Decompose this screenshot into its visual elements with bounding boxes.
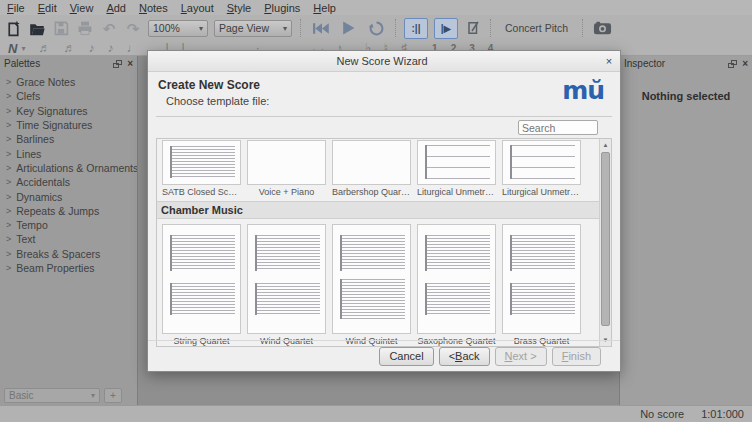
toolbar-separator bbox=[582, 19, 583, 37]
dialog-heading: Create New Score bbox=[158, 78, 610, 92]
template-thumbnail-string-quartet[interactable] bbox=[162, 224, 241, 334]
dialog-footer: Cancel < Back Next > Finish bbox=[148, 340, 620, 371]
expand-chevron-icon: > bbox=[6, 206, 11, 216]
toolbar-separator bbox=[300, 19, 301, 37]
template-thumbnail-brass-quartet[interactable] bbox=[502, 224, 581, 334]
toolbar-separator bbox=[395, 19, 396, 37]
palette-item-beam-properties[interactable]: >Beam Properties bbox=[6, 261, 137, 275]
play-repeats-toggle[interactable]: :|| bbox=[404, 18, 428, 39]
template-thumbnail-barbershop[interactable] bbox=[332, 140, 411, 185]
expand-chevron-icon: > bbox=[6, 263, 11, 273]
print-icon[interactable] bbox=[76, 18, 94, 38]
palette-item-key-signatures[interactable]: >Key Signatures bbox=[6, 104, 137, 118]
image-capture-icon[interactable] bbox=[591, 18, 613, 38]
undo-icon[interactable]: ↶ bbox=[100, 18, 118, 38]
palette-item-dynamics[interactable]: >Dynamics bbox=[6, 189, 137, 203]
menu-view[interactable]: View bbox=[70, 2, 94, 14]
template-search-input[interactable] bbox=[518, 120, 598, 135]
template-thumbnail-liturgical-1[interactable] bbox=[417, 140, 496, 185]
expand-chevron-icon: > bbox=[6, 149, 11, 159]
palette-item-tempo[interactable]: >Tempo bbox=[6, 218, 137, 232]
palette-item-text[interactable]: >Text bbox=[6, 232, 137, 246]
duration-64th-icon[interactable]: ♬ bbox=[38, 42, 50, 54]
palette-item-repeats-jumps[interactable]: >Repeats & Jumps bbox=[6, 204, 137, 218]
palette-item-barlines[interactable]: >Barlines bbox=[6, 132, 137, 146]
finish-button[interactable]: Finish bbox=[552, 347, 601, 366]
menu-help[interactable]: Help bbox=[313, 2, 336, 14]
next-button[interactable]: Next > bbox=[495, 347, 547, 366]
float-panel-icon[interactable] bbox=[728, 60, 737, 68]
template-section-header: Chamber Music bbox=[157, 201, 599, 219]
menu-plugins[interactable]: Plugins bbox=[264, 2, 300, 14]
duration-16th-icon[interactable]: ♪ bbox=[88, 42, 94, 54]
template-thumbnail-liturgical-2[interactable] bbox=[502, 140, 581, 185]
menu-style[interactable]: Style bbox=[227, 2, 251, 14]
template-thumbnail-satb[interactable] bbox=[162, 140, 241, 185]
duration-eighth-icon[interactable]: ♪ bbox=[107, 42, 113, 54]
menu-layout[interactable]: Layout bbox=[181, 2, 214, 14]
template-thumbnail-wind-quartet[interactable] bbox=[247, 224, 326, 334]
expand-chevron-icon: > bbox=[6, 77, 11, 87]
palette-item-breaks-spacers[interactable]: >Breaks & Spacers bbox=[6, 247, 137, 261]
loop-playback-icon[interactable] bbox=[365, 18, 387, 38]
redo-icon[interactable]: ↷ bbox=[124, 18, 142, 38]
palette-item-clefs[interactable]: >Clefs bbox=[6, 89, 137, 103]
duration-32nd-icon[interactable]: ♬ bbox=[63, 42, 75, 54]
palettes-list: >Grace Notes >Clefs >Key Signatures >Tim… bbox=[0, 71, 137, 275]
palette-item-lines[interactable]: >Lines bbox=[6, 146, 137, 160]
expand-chevron-icon: > bbox=[6, 192, 11, 202]
chevron-down-icon: ▾ bbox=[193, 24, 203, 33]
menu-file[interactable]: File bbox=[7, 2, 25, 14]
template-thumbnail-saxophone-quartet[interactable] bbox=[417, 224, 496, 334]
note-input-mode-button[interactable]: N bbox=[8, 41, 17, 56]
dialog-titlebar[interactable]: New Score Wizard × bbox=[148, 51, 620, 72]
scroll-up-icon[interactable]: ▲ bbox=[600, 139, 611, 151]
zoom-select[interactable]: 100% ▾ bbox=[148, 20, 208, 37]
palette-item-time-signatures[interactable]: >Time Signatures bbox=[6, 118, 137, 132]
concert-pitch-button[interactable]: Concert Pitch bbox=[499, 22, 574, 34]
palette-item-accidentals[interactable]: >Accidentals bbox=[6, 175, 137, 189]
template-thumbnail-voice-piano[interactable] bbox=[247, 140, 326, 185]
menu-edit[interactable]: Edit bbox=[38, 2, 57, 14]
template-scrollbar[interactable]: ▲ ▼ bbox=[599, 139, 611, 346]
musescore-logo: mŭ bbox=[562, 76, 604, 105]
play-icon[interactable] bbox=[337, 18, 359, 38]
template-label: SATB Closed Score + Piano bbox=[162, 187, 241, 197]
template-label: Barbershop Quartet bbox=[332, 187, 411, 197]
view-mode-select[interactable]: Page View ▾ bbox=[214, 20, 292, 37]
open-file-icon[interactable] bbox=[28, 18, 46, 38]
add-workspace-button[interactable]: + bbox=[104, 388, 122, 403]
close-panel-icon[interactable]: × bbox=[742, 59, 748, 69]
cancel-button[interactable]: Cancel bbox=[379, 347, 433, 366]
divider bbox=[156, 116, 612, 117]
template-label: Voice + Piano bbox=[247, 187, 326, 197]
palette-item-grace-notes[interactable]: >Grace Notes bbox=[6, 75, 137, 89]
back-button[interactable]: < Back bbox=[439, 347, 490, 366]
toolbar-separator bbox=[490, 19, 491, 37]
float-panel-icon[interactable] bbox=[113, 60, 122, 68]
expand-chevron-icon: > bbox=[6, 120, 11, 130]
save-icon[interactable] bbox=[52, 18, 70, 38]
pan-score-toggle[interactable]: |▶ bbox=[434, 18, 458, 39]
inspector-empty-state: Nothing selected bbox=[620, 90, 752, 102]
playback-position-text: 1:01:000 bbox=[701, 408, 744, 420]
close-icon[interactable]: × bbox=[602, 55, 616, 67]
menu-add[interactable]: Add bbox=[106, 2, 126, 14]
close-panel-icon[interactable]: × bbox=[127, 59, 133, 69]
chevron-down-icon: ▾ bbox=[91, 391, 95, 400]
view-mode-value: Page View bbox=[219, 22, 269, 34]
template-thumbnail-wind-quintet[interactable] bbox=[332, 224, 411, 334]
expand-chevron-icon: > bbox=[6, 163, 11, 173]
expand-chevron-icon: > bbox=[6, 106, 11, 116]
rewind-icon[interactable] bbox=[309, 18, 331, 38]
scrollbar-thumb[interactable] bbox=[601, 152, 610, 326]
palette-item-articulations[interactable]: >Articulations & Ornaments bbox=[6, 161, 137, 175]
chevron-down-icon[interactable]: ▾ bbox=[21, 44, 25, 53]
duration-quarter-icon[interactable]: ♩ bbox=[126, 42, 138, 54]
template-scroll-area: SATB Closed Score + Piano Voice + Piano … bbox=[156, 138, 612, 347]
menu-notes[interactable]: Notes bbox=[139, 2, 168, 14]
expand-chevron-icon: > bbox=[6, 134, 11, 144]
workspace-select[interactable]: Basic ▾ bbox=[4, 388, 100, 403]
new-score-icon[interactable] bbox=[4, 18, 22, 38]
metronome-icon[interactable] bbox=[464, 18, 482, 38]
